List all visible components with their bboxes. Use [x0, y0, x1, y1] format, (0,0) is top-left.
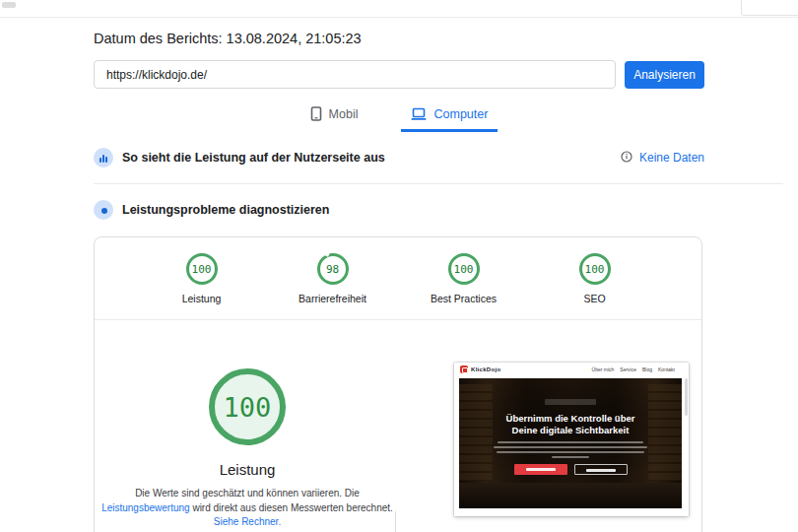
tab-desktop-label: Computer	[433, 107, 488, 121]
preview-hero-heading: Übernimm die Kontrolle über Deine digita…	[459, 413, 682, 436]
main-content: Datum des Berichts: 13.08.2024, 21:05:23…	[0, 31, 798, 532]
preview-site-logo: KlickDojo	[460, 366, 500, 373]
field-data-icon	[94, 148, 113, 167]
top-left-artifact	[2, 2, 16, 8]
klickdojo-logo-icon	[460, 366, 468, 373]
analyze-button[interactable]: Analysieren	[625, 61, 704, 89]
performance-big-gauge: 100	[209, 368, 286, 445]
no-data-label[interactable]: Keine Daten	[639, 151, 704, 165]
gauge-accessibility-label: Barrierefreiheit	[299, 293, 366, 304]
preview-nav-item: Über mich	[592, 366, 615, 372]
preview-cta-secondary	[574, 464, 628, 475]
preview-nav-item: Kontakt	[658, 366, 675, 372]
preview-logo-text: KlickDojo	[471, 366, 500, 372]
preview-nav-item: Blog	[642, 366, 652, 372]
gauge-performance-label: Leistung	[182, 293, 222, 304]
info-icon	[621, 149, 632, 166]
desc-text-1: Die Werte sind geschätzt und können vari…	[135, 488, 360, 499]
calculator-link[interactable]: Siehe Rechner.	[214, 516, 281, 527]
tab-desktop[interactable]: Computer	[401, 102, 498, 132]
performance-description: Die Werte sind geschätzt und können vari…	[96, 487, 399, 530]
category-gauges: 100 Leistung 98 Barrierefreiheit 100 Bes…	[95, 237, 701, 304]
performance-big-score: 100	[224, 392, 272, 423]
preview-hero-paragraph	[459, 441, 682, 459]
preview-cta-primary	[514, 464, 567, 475]
gauge-seo[interactable]: 100 SEO	[553, 253, 637, 304]
gauge-best-practices-score: 100	[454, 263, 474, 276]
gauge-seo-ring: 100	[579, 253, 611, 285]
diagnose-section-header: Leistungsprobleme diagnostizieren	[94, 200, 704, 220]
performance-title: Leistung	[220, 461, 276, 478]
preview-hero-content: Übernimm die Kontrolle über Deine digita…	[459, 391, 682, 475]
tab-mobile[interactable]: Mobil	[300, 102, 368, 132]
url-input[interactable]	[94, 60, 616, 89]
hero-heading-line1: Übernimm die Kontrolle über	[459, 413, 682, 425]
gauge-accessibility[interactable]: 98 Barrierefreiheit	[291, 253, 375, 304]
top-right-button-partial[interactable]	[741, 0, 798, 16]
report-date: Datum des Berichts: 13.08.2024, 21:05:23	[94, 31, 704, 46]
gauge-seo-label: SEO	[583, 293, 605, 304]
gauge-performance[interactable]: 100 Leistung	[160, 253, 244, 304]
field-data-section-header: So sieht die Leistung auf der Nutzerseit…	[94, 148, 704, 167]
gauge-best-practices-label: Best Practices	[431, 293, 497, 304]
preview-scrollbar	[685, 378, 688, 416]
hero-heading-line2: Deine digitale Sichtbarkeit	[459, 425, 682, 436]
gauge-performance-score: 100	[192, 263, 212, 276]
smartphone-icon	[310, 106, 322, 121]
performance-summary: 100 Leistung Die Werte sind geschätzt un…	[100, 342, 395, 532]
gauge-seo-score: 100	[585, 263, 605, 276]
diagnose-title: Leistungsprobleme diagnostizieren	[122, 203, 329, 217]
preview-hero-image: Übernimm die Kontrolle über Deine digita…	[459, 378, 682, 508]
gauge-accessibility-ring: 98	[317, 253, 349, 285]
section-divider	[94, 183, 783, 184]
card-divider	[95, 319, 701, 320]
device-tabs: Mobil Computer	[94, 102, 704, 132]
gauge-performance-ring: 100	[186, 253, 218, 285]
column-divider	[395, 511, 396, 532]
url-row: Analysieren	[94, 60, 704, 89]
gauge-best-practices-ring: 100	[448, 253, 480, 285]
preview-site-nav: Über mich Service Blog Kontakt	[592, 366, 675, 372]
site-screenshot-preview: KlickDojo Über mich Service Blog Kontakt…	[454, 363, 689, 516]
gauge-best-practices[interactable]: 100 Best Practices	[422, 253, 506, 304]
no-data-indicator[interactable]: Keine Daten	[621, 149, 704, 166]
tab-mobile-label: Mobil	[329, 107, 359, 121]
lighthouse-report-card: 100 Leistung 98 Barrierefreiheit 100 Bes…	[94, 236, 702, 532]
laptop-icon	[411, 107, 427, 121]
preview-nav-item: Service	[620, 366, 636, 372]
preview-site-header: KlickDojo Über mich Service Blog Kontakt	[454, 363, 689, 376]
desc-text-2: wird direkt aus diesen Messwerten berech…	[190, 502, 393, 513]
field-data-title: So sieht die Leistung auf der Nutzerseit…	[122, 151, 385, 165]
gauge-accessibility-score: 98	[326, 263, 339, 276]
hero-floor	[459, 483, 682, 508]
diagnose-icon	[94, 200, 113, 220]
top-chrome-bar	[0, 0, 798, 18]
preview-hero-badge	[545, 399, 596, 405]
preview-hero-buttons	[459, 464, 682, 475]
scoring-link[interactable]: Leistungsbewertung	[101, 502, 190, 513]
